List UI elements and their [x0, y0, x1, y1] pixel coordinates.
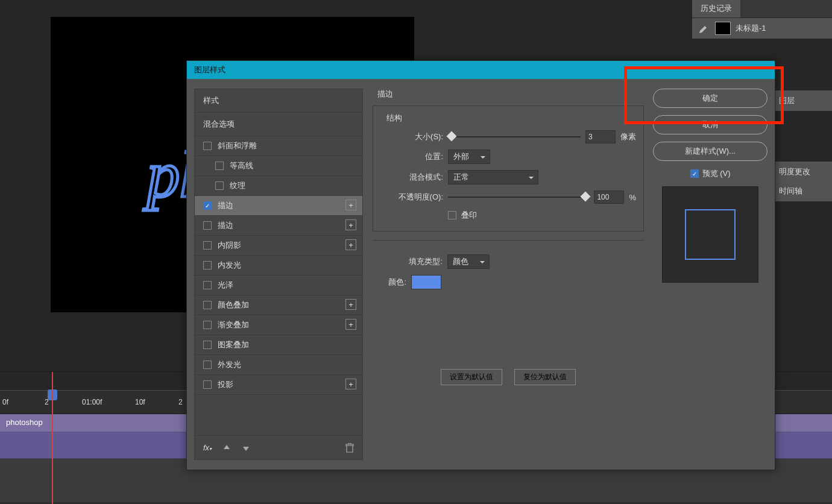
add-effect-icon[interactable]: + [345, 239, 356, 250]
row-color: 颜色: [380, 272, 637, 292]
new-style-button[interactable]: 新建样式(W)... [653, 142, 767, 161]
overprint-label: 叠印 [461, 210, 477, 221]
style-checkbox[interactable] [203, 142, 212, 150]
filltype-value: 颜色 [453, 256, 468, 267]
ruler-mark: 01:00f [82, 398, 102, 406]
row-filltype: 填充类型: 颜色 [380, 251, 637, 272]
preview-checkbox[interactable]: ✓ [690, 169, 699, 178]
preview-swatch [685, 209, 736, 260]
style-label: 光泽 [218, 280, 233, 291]
add-effect-icon[interactable]: + [345, 299, 356, 310]
style-checkbox[interactable] [203, 221, 212, 230]
blendmode-label: 混合模式: [380, 172, 443, 183]
style-checkbox[interactable] [203, 241, 212, 250]
position-value: 外部 [453, 151, 469, 162]
style-checkbox[interactable] [203, 281, 212, 289]
fx-icon[interactable]: fx▾ [203, 443, 212, 452]
dialog-titlebar[interactable]: 图层样式 [187, 61, 775, 79]
overprint-checkbox[interactable] [448, 211, 456, 219]
row-opacity: 不透明度(O): % [380, 187, 636, 207]
opacity-label: 不透明度(O): [380, 192, 443, 203]
add-effect-icon[interactable]: + [345, 319, 356, 330]
tab-history[interactable]: 历史记录 [692, 0, 740, 17]
style-label: 描边 [218, 220, 233, 231]
style-item-7[interactable]: 光泽 [195, 276, 362, 295]
row-position: 位置: 外部 [380, 146, 636, 167]
style-checkbox[interactable] [203, 301, 212, 309]
style-item-2[interactable]: 纹理 [195, 176, 362, 195]
style-item-10[interactable]: 图案叠加 [195, 335, 362, 354]
size-unit: 像素 [620, 131, 636, 142]
size-input[interactable] [585, 130, 616, 143]
set-default-button[interactable]: 设置为默认值 [441, 369, 502, 385]
style-item-9[interactable]: 渐变叠加+ [195, 315, 362, 335]
stroke-color-swatch[interactable] [411, 275, 441, 289]
style-label: 等高线 [230, 160, 253, 171]
style-label: 内阴影 [218, 240, 241, 251]
style-checkbox[interactable] [203, 380, 212, 389]
style-checkbox[interactable] [203, 341, 212, 349]
blendmode-select[interactable]: 正常 [448, 170, 538, 184]
style-label: 内发光 [218, 260, 241, 271]
dialog-title: 图层样式 [194, 65, 225, 75]
settings-section-title: 描边 [373, 89, 644, 99]
panel-stub-timeline[interactable]: 时间轴 [772, 181, 832, 201]
row-blendmode: 混合模式: 正常 [380, 167, 636, 187]
structure-legend: 结构 [383, 113, 406, 124]
filltype-label: 填充类型: [380, 256, 443, 267]
opacity-input[interactable] [594, 191, 624, 204]
move-up-icon[interactable] [222, 444, 231, 452]
style-checkbox[interactable] [203, 321, 212, 329]
style-checkbox[interactable]: ✓ [203, 201, 212, 210]
move-down-icon[interactable] [242, 444, 250, 452]
structure-fieldset: 结构 大小(S): 像素 位置: 外部 [373, 106, 644, 232]
style-checkbox[interactable] [203, 361, 212, 369]
style-item-3[interactable]: ✓描边+ [195, 196, 362, 215]
style-item-1[interactable]: 等高线 [195, 156, 362, 175]
size-slider[interactable] [448, 133, 581, 141]
cancel-button[interactable]: 取消 [653, 115, 767, 134]
styles-header[interactable]: 样式 [195, 89, 362, 112]
style-label: 图案叠加 [218, 339, 249, 350]
history-panel-tabs: 历史记录 [692, 0, 832, 18]
style-label: 投影 [218, 379, 233, 390]
style-item-12[interactable]: 投影+ [195, 375, 362, 394]
ruler-mark: 2 [178, 398, 183, 406]
style-checkbox[interactable] [215, 181, 224, 190]
style-item-6[interactable]: 内发光 [195, 256, 362, 275]
opacity-slider[interactable] [448, 193, 589, 201]
style-label: 描边 [218, 200, 233, 211]
row-defaults: 设置为默认值 复位为默认值 [373, 366, 644, 388]
fill-fieldset: 填充类型: 颜色 颜色: [373, 240, 644, 300]
style-label: 渐变叠加 [218, 320, 249, 330]
panel-stub-brightness[interactable]: 明度更改 [772, 162, 832, 182]
style-checkbox[interactable] [203, 261, 212, 269]
add-effect-icon[interactable]: + [345, 200, 356, 210]
style-item-11[interactable]: 外发光 [195, 355, 362, 374]
history-document-row[interactable]: 未标题-1 [692, 18, 832, 39]
row-overprint: 叠印 [380, 207, 636, 224]
blendmode-value: 正常 [453, 172, 469, 183]
style-item-5[interactable]: 内阴影+ [195, 236, 362, 255]
trash-icon[interactable] [345, 443, 354, 453]
position-select[interactable]: 外部 [448, 150, 490, 164]
preview-toggle-row: ✓ 预览 (V) [653, 168, 767, 179]
style-checkbox[interactable] [215, 162, 224, 170]
style-item-4[interactable]: 描边+ [195, 216, 362, 235]
history-panel: 历史记录 未标题-1 [692, 0, 832, 39]
dialog-actions-column: 确定 取消 新建样式(W)... ✓ 预览 (V) [653, 89, 767, 283]
add-effect-icon[interactable]: + [345, 219, 356, 230]
add-effect-icon[interactable]: + [345, 379, 356, 389]
ruler-mark: 10f [135, 398, 145, 406]
filltype-select[interactable]: 颜色 [447, 254, 490, 269]
ok-button[interactable]: 确定 [653, 89, 767, 108]
size-label: 大小(S): [380, 131, 443, 142]
style-item-0[interactable]: 斜面和浮雕 [195, 136, 362, 156]
history-doc-thumbnail [715, 22, 731, 35]
panel-stub-layers[interactable]: 图层 [772, 90, 832, 111]
style-item-8[interactable]: 颜色叠加+ [195, 295, 362, 315]
style-label: 颜色叠加 [218, 300, 249, 310]
reset-default-button[interactable]: 复位为默认值 [514, 369, 576, 385]
blend-options-header[interactable]: 混合选项 [195, 113, 362, 136]
style-label: 纹理 [230, 180, 245, 191]
